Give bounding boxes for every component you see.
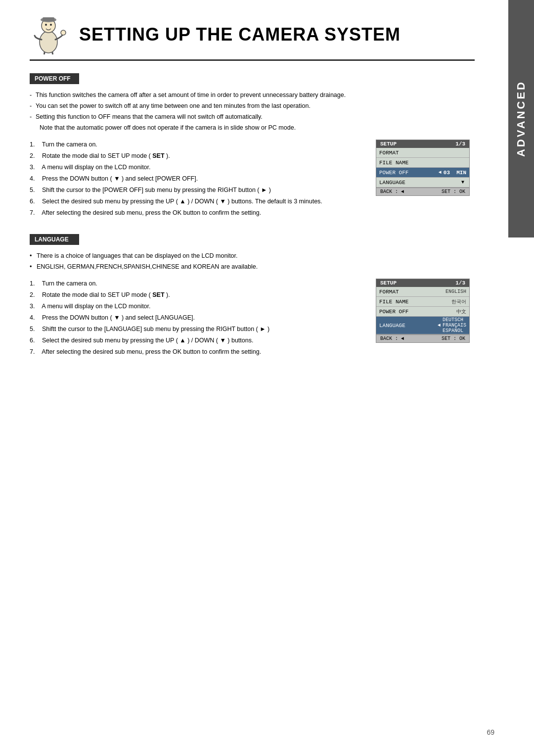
lang-lcd-row-format: FORMAT ENGLISH	[376, 287, 469, 297]
power-off-info-3: Setting this function to OFF means that …	[30, 112, 475, 122]
lcd-row-format: FORMAT	[376, 148, 469, 158]
language-step-5: 5. Shiftt the cursor to the [LANGUAGE] s…	[30, 324, 366, 334]
svg-point-4	[45, 24, 47, 26]
power-off-lcd: SETUP 1/3 FORMAT FILE NAME POWER OFF ◄	[376, 140, 470, 196]
language-info-list: There is a choice of languages that can …	[30, 251, 475, 272]
lang-lcd-set-ok: SET : OK	[442, 336, 465, 341]
language-step-2: 2. Rotate the mode dial to SET UP mode (…	[30, 290, 366, 300]
lcd-title: SETUP	[380, 141, 397, 147]
language-steps-layout: 1. Turn the camera on. 2. Rotate the mod…	[30, 279, 475, 358]
language-step-7: 7. After selecting the desired sub menu,…	[30, 347, 366, 357]
language-heading: LANGUAGE	[30, 234, 79, 245]
power-off-section: POWER OFF This function switches the cam…	[30, 73, 475, 219]
lcd-row-language: LANGUAGE ▼	[376, 178, 469, 188]
lcd-set-ok: SET : OK	[442, 189, 465, 194]
language-numbered-list: 1. Turn the camera on. 2. Rotate the mod…	[30, 279, 366, 357]
language-lcd-screen: SETUP 1/3 FORMAT ENGLISH FILE NAME 한국어	[376, 279, 475, 343]
page-title: SETTING UP THE CAMERA SYSTEM	[79, 24, 400, 45]
svg-rect-3	[43, 17, 54, 21]
language-step-3: 3. A menu will display on the LCD monito…	[30, 301, 366, 311]
lcd-back: BACK : ◄	[380, 189, 404, 194]
language-step-4: 4. Press the DOWN button ( ▼ ) and selec…	[30, 313, 366, 323]
lang-lcd-row-poweroff: POWER OFF 中文	[376, 307, 469, 317]
svg-point-0	[40, 31, 57, 53]
lang-lcd-row-language: LANGUAGE ◄ DEUTSCHFRANÇAISESPAÑOL	[376, 317, 469, 334]
language-step-1: 1. Turn the camera on.	[30, 279, 366, 288]
advanced-label: ADVANCED	[515, 80, 528, 157]
power-off-step-7: 7. After selecting the desired sub menu,…	[30, 208, 366, 218]
main-content: SETTING UP THE CAMERA SYSTEM POWER OFF T…	[0, 0, 504, 403]
power-off-info-4: Note that the automatic power off does n…	[30, 123, 475, 133]
power-off-info-1: This function switches the camera off af…	[30, 90, 475, 100]
advanced-sidebar: ADVANCED	[508, 0, 534, 237]
language-step-6: 6. Select the desired sub menu by pressi…	[30, 335, 366, 345]
header-area: SETTING UP THE CAMERA SYSTEM	[30, 15, 475, 61]
language-info-2: ENGLISH, GERMAN,FRENCH,SPANISH,CHINESE a…	[30, 262, 475, 272]
power-off-step-4: 4. Press the DOWN button ( ▼ ) and selec…	[30, 174, 366, 184]
language-steps-left: 1. Turn the camera on. 2. Rotate the mod…	[30, 279, 366, 358]
power-off-numbered-list: 1. Turn the camera on. 2. Rotate the mod…	[30, 140, 366, 218]
power-off-steps-left: 1. Turn the camera on. 2. Rotate the mod…	[30, 140, 366, 219]
power-off-step-1: 1. Turn the camera on.	[30, 140, 366, 149]
lcd-header: SETUP 1/3	[376, 140, 469, 148]
power-off-step-3: 3. A menu will display on the LCD monito…	[30, 162, 366, 172]
power-off-heading: POWER OFF	[30, 73, 79, 84]
lang-lcd-page: 1/3	[455, 280, 465, 286]
lang-lcd-back: BACK : ◄	[380, 336, 404, 341]
lang-lcd-title: SETUP	[380, 280, 397, 286]
language-info-1: There is a choice of languages that can …	[30, 251, 475, 261]
lcd-page: 1/3	[455, 141, 465, 147]
power-off-info-2: You can set the power to switch off at a…	[30, 101, 475, 111]
power-off-step-6: 6. Select the desired sub menu by pressi…	[30, 196, 366, 206]
page-number: 69	[487, 728, 494, 736]
lang-lcd-footer: BACK : ◄ SET : OK	[376, 334, 469, 342]
power-off-lcd-screen: SETUP 1/3 FORMAT FILE NAME POWER OFF ◄	[376, 140, 475, 196]
power-off-step-2: 2. Rotate the mode dial to SET UP mode (…	[30, 151, 366, 161]
lcd-row-poweroff: POWER OFF ◄ 03 MIN	[376, 168, 469, 178]
power-off-info-list: This function switches the camera off af…	[30, 90, 475, 133]
lcd-footer: BACK : ◄ SET : OK	[376, 188, 469, 195]
language-section: LANGUAGE There is a choice of languages …	[30, 234, 475, 358]
page-container: ADVANCED	[0, 0, 534, 756]
lang-lcd-row-filename: FILE NAME 한국어	[376, 297, 469, 307]
svg-point-6	[61, 30, 66, 35]
language-lcd: SETUP 1/3 FORMAT ENGLISH FILE NAME 한국어	[376, 279, 470, 343]
header-icon	[30, 15, 69, 54]
power-off-step-5: 5. Shift the cursor to the [POWER OFF] s…	[30, 185, 366, 195]
lcd-row-filename: FILE NAME	[376, 158, 469, 168]
svg-point-5	[50, 24, 52, 26]
power-off-steps-layout: 1. Turn the camera on. 2. Rotate the mod…	[30, 140, 475, 219]
lang-lcd-header: SETUP 1/3	[376, 279, 469, 287]
